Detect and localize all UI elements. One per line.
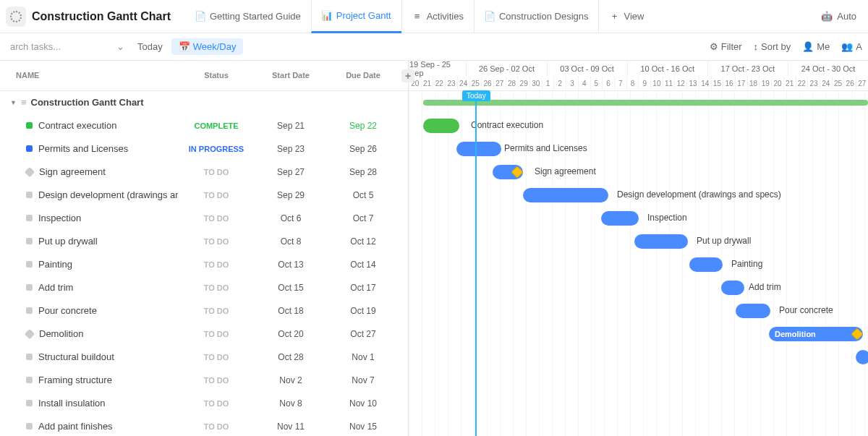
task-status[interactable]: TO DO [178, 283, 255, 292]
task-row[interactable]: Pour concrete TO DO Oct 18 Oct 19 [0, 299, 408, 322]
gantt-bar[interactable] [456, 142, 501, 156]
gantt-bar[interactable] [721, 281, 744, 295]
task-due-date[interactable]: Nov 1 [327, 352, 399, 362]
task-start-date[interactable]: Nov 8 [255, 398, 327, 409]
task-status[interactable]: COMPLETE [178, 121, 255, 130]
task-row[interactable]: Add trim TO DO Oct 15 Oct 17 [0, 276, 408, 299]
add-column-button[interactable]: + [401, 69, 414, 82]
task-row[interactable]: Permits and Licenses IN PROGRESS Sep 23 … [0, 137, 408, 161]
col-header-status[interactable]: Status [178, 71, 255, 80]
task-status[interactable]: TO DO [178, 214, 255, 223]
task-start-date[interactable]: Oct 20 [255, 329, 327, 339]
tab-getting-started-guide[interactable]: 📄Getting Started Guide [185, 0, 311, 33]
task-row[interactable]: Inspection TO DO Oct 6 Oct 7 [0, 207, 408, 230]
task-due-date[interactable]: Oct 12 [327, 236, 399, 247]
day-header: 17 [735, 76, 747, 91]
task-start-date[interactable]: Sep 23 [255, 144, 327, 154]
task-row[interactable]: Install insulation TO DO Nov 8 Nov 10 [0, 392, 408, 415]
task-start-date[interactable]: Oct 28 [255, 352, 327, 362]
gantt-bar[interactable] [423, 119, 459, 133]
task-row[interactable]: Structural buildout TO DO Oct 28 Nov 1 [0, 346, 408, 369]
tab-activities[interactable]: ≡Activities [401, 0, 474, 33]
task-row[interactable]: Design development (drawings an... TO DO… [0, 184, 408, 207]
task-due-date[interactable]: Sep 22 [327, 121, 399, 131]
task-status[interactable]: TO DO [178, 168, 255, 176]
doc-icon: 📄 [485, 12, 495, 22]
group-row[interactable]: ▼ ≡ Construction Gantt Chart [0, 91, 408, 114]
col-header-start[interactable]: Start Date [255, 71, 327, 80]
app-icon[interactable] [6, 7, 26, 27]
task-start-date[interactable]: Oct 13 [255, 260, 327, 270]
task-due-date[interactable]: Nov 10 [327, 398, 399, 409]
day-header: 26 [843, 76, 856, 91]
task-start-date[interactable]: Oct 18 [255, 306, 327, 316]
tab-project-gantt[interactable]: 📊Project Gantt [311, 0, 401, 33]
task-start-date[interactable]: Nov 11 [255, 422, 327, 432]
task-row[interactable]: Add paint finishes TO DO Nov 11 Nov 15 [0, 415, 408, 436]
task-row[interactable]: Contract execution COMPLETE Sep 21 Sep 2… [0, 114, 408, 137]
status-square [26, 284, 33, 291]
col-header-name[interactable]: NAME [0, 71, 178, 80]
task-due-date[interactable]: Sep 28 [327, 167, 399, 177]
task-due-date[interactable]: Oct 17 [327, 283, 399, 293]
task-due-date[interactable]: Oct 27 [327, 329, 399, 339]
task-status[interactable]: TO DO [178, 191, 255, 200]
gantt-bar[interactable] [523, 188, 608, 202]
gantt-bar[interactable]: Demolition [769, 327, 863, 341]
day-header: 23 [445, 76, 457, 91]
day-header: 19 [759, 76, 771, 91]
task-start-date[interactable]: Sep 21 [255, 121, 327, 131]
task-due-date[interactable]: Oct 14 [327, 260, 399, 270]
task-status[interactable]: TO DO [178, 376, 255, 385]
task-status[interactable]: TO DO [178, 330, 255, 338]
task-status[interactable]: TO DO [178, 307, 255, 315]
tab-construction-designs[interactable]: 📄Construction Designs [474, 0, 599, 33]
task-row[interactable]: Framing structure TO DO Nov 2 Nov 7 [0, 369, 408, 392]
col-header-due[interactable]: Due Date [327, 71, 399, 80]
task-row[interactable]: Put up drywall TO DO Oct 8 Oct 12 [0, 230, 408, 253]
me-filter[interactable]: 👤Me [802, 41, 830, 52]
today-button[interactable]: Today [137, 41, 163, 52]
gantt-bar-label: Pour concrete [779, 305, 833, 315]
sort-button[interactable]: ↕Sort by [754, 41, 791, 52]
task-name: Pour concrete [38, 305, 97, 316]
filter-button[interactable]: ⚙Filter [710, 41, 742, 52]
week-header: 24 Oct - 30 Oct [788, 61, 868, 76]
task-due-date[interactable]: Oct 7 [327, 213, 399, 223]
task-status[interactable]: IN PROGRESS [178, 145, 255, 153]
day-header: 27 [856, 76, 868, 91]
task-due-date[interactable]: Nov 15 [327, 422, 399, 432]
assignee-filter[interactable]: 👥A [841, 41, 862, 52]
auto-button[interactable]: 🤖 Auto [815, 11, 862, 22]
weekday-toggle[interactable]: 📅 Week/Day [171, 38, 244, 55]
summary-bar[interactable] [423, 100, 868, 106]
search-input[interactable]: arch tasks... ⌄ [6, 38, 129, 56]
status-square [26, 377, 33, 383]
task-status[interactable]: TO DO [178, 399, 255, 408]
task-due-date[interactable]: Nov 7 [327, 375, 399, 385]
task-due-date[interactable]: Oct 19 [327, 306, 399, 316]
task-start-date[interactable]: Sep 27 [255, 167, 327, 177]
task-status[interactable]: TO DO [178, 237, 255, 246]
task-start-date[interactable]: Sep 29 [255, 190, 327, 200]
search-placeholder: arch tasks... [10, 41, 61, 52]
task-status[interactable]: TO DO [178, 260, 255, 269]
task-start-date[interactable]: Oct 6 [255, 213, 327, 223]
gantt-bar[interactable] [634, 234, 688, 249]
task-row[interactable]: Sign agreement TO DO Sep 27 Sep 28 [0, 161, 408, 184]
gantt-bar[interactable] [601, 211, 639, 226]
task-status[interactable]: TO DO [178, 422, 255, 431]
task-start-date[interactable]: Oct 8 [255, 236, 327, 247]
task-start-date[interactable]: Nov 2 [255, 375, 327, 385]
gantt-bar[interactable] [736, 304, 770, 318]
task-status[interactable]: TO DO [178, 353, 255, 362]
gantt-bar[interactable] [856, 350, 868, 364]
task-start-date[interactable]: Oct 15 [255, 283, 327, 293]
task-due-date[interactable]: Sep 26 [327, 144, 399, 154]
task-row[interactable]: Demolition TO DO Oct 20 Oct 27 [0, 322, 408, 346]
day-header: 11 [663, 76, 675, 91]
gantt-bar[interactable] [689, 257, 723, 272]
task-due-date[interactable]: Oct 5 [327, 190, 399, 200]
task-row[interactable]: Painting TO DO Oct 13 Oct 14 [0, 253, 408, 276]
tab-view[interactable]: +View [598, 0, 654, 33]
